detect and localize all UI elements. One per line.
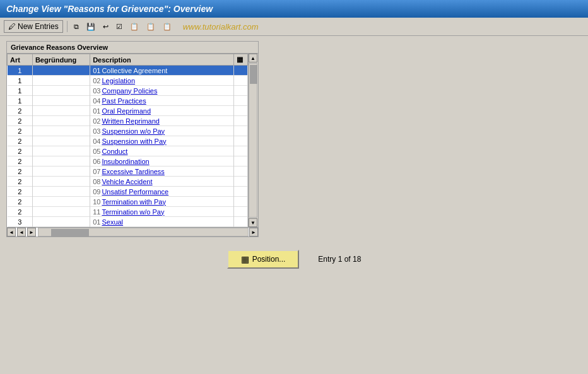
vertical-scrollbar[interactable]: ▲ ▼ xyxy=(248,54,258,227)
table-row[interactable]: 208Vehicle Accident xyxy=(8,177,248,187)
scroll-left2-button[interactable]: ◄ xyxy=(17,228,26,237)
watermark-text: www.tutorialkart.com xyxy=(183,22,259,32)
header-desc: Description xyxy=(90,54,234,66)
cell-icon xyxy=(234,207,248,217)
more2-icon: 📋 xyxy=(146,23,155,31)
cell-desc: 10Termination with Pay xyxy=(90,197,234,207)
copy-icon: ⧉ xyxy=(74,23,79,31)
table-header-row: Art Begründung Description ▦ xyxy=(8,54,248,66)
cell-icon xyxy=(234,96,248,106)
scroll-thumb[interactable] xyxy=(250,65,257,84)
header-icon[interactable]: ▦ xyxy=(234,54,248,66)
h-scroll-thumb[interactable] xyxy=(51,229,89,237)
cell-desc: 01Oral Reprimand xyxy=(90,106,234,116)
footer-area: ▦ Position... Entry 1 of 18 xyxy=(6,250,582,269)
cell-desc: 03Company Policies xyxy=(90,86,234,96)
cell-beg xyxy=(32,146,90,156)
table-row[interactable]: 205Conduct xyxy=(8,146,248,156)
table-row[interactable]: 102Legislation xyxy=(8,76,248,86)
cell-desc: 05Conduct xyxy=(90,146,234,156)
table-body: 101Collective Agreement102Legislation103… xyxy=(8,66,248,227)
cell-icon xyxy=(234,167,248,177)
cell-beg xyxy=(32,96,90,106)
table-row[interactable]: 204Suspension with Pay xyxy=(8,136,248,146)
header-art: Art xyxy=(8,54,33,66)
scroll-track[interactable] xyxy=(249,63,257,218)
table-row[interactable]: 202Written Reprimand xyxy=(8,116,248,126)
cell-desc: 08Vehicle Accident xyxy=(90,177,234,187)
cell-art: 2 xyxy=(8,207,33,217)
cell-beg xyxy=(32,167,90,177)
more3-icon: 📋 xyxy=(163,23,172,31)
table-config-icon[interactable]: ▦ xyxy=(237,56,243,63)
cell-icon xyxy=(234,76,248,86)
cell-art: 2 xyxy=(8,197,33,207)
more1-button[interactable]: 📋 xyxy=(127,21,141,33)
table-row[interactable]: 103Company Policies xyxy=(8,86,248,96)
more1-icon: 📋 xyxy=(130,23,139,31)
cell-art: 3 xyxy=(8,217,33,227)
cell-desc: 02Legislation xyxy=(90,76,234,86)
cell-desc: 11Termination w/o Pay xyxy=(90,207,234,217)
check-icon: ☑ xyxy=(116,23,122,31)
cell-art: 2 xyxy=(8,116,33,126)
cell-art: 2 xyxy=(8,177,33,187)
cell-icon xyxy=(234,66,248,76)
cell-beg xyxy=(32,197,90,207)
cell-beg xyxy=(32,66,90,76)
cell-desc: 06Insubordination xyxy=(90,156,234,167)
cell-desc: 03Suspension w/o Pay xyxy=(90,126,234,136)
cell-art: 1 xyxy=(8,96,33,106)
undo-button[interactable]: ↩ xyxy=(100,21,111,33)
position-icon: ▦ xyxy=(241,254,249,264)
cell-desc: 09Unsatisf Performance xyxy=(90,187,234,197)
cell-beg xyxy=(32,106,90,116)
cell-beg xyxy=(32,76,90,86)
save-icon: 💾 xyxy=(86,23,95,31)
position-label: Position... xyxy=(252,255,286,264)
table-row[interactable]: 203Suspension w/o Pay xyxy=(8,126,248,136)
horizontal-scrollbar[interactable]: ◄ ◄ ► ► xyxy=(7,227,258,237)
cell-icon xyxy=(234,86,248,96)
table-row[interactable]: 210Termination with Pay xyxy=(8,197,248,207)
position-button[interactable]: ▦ Position... xyxy=(227,250,300,269)
new-entries-button[interactable]: 🖊 New Entries xyxy=(4,20,63,33)
cell-icon xyxy=(234,177,248,187)
cell-art: 2 xyxy=(8,156,33,167)
scroll-left-button[interactable]: ◄ xyxy=(7,228,16,237)
cell-desc: 04Suspension with Pay xyxy=(90,136,234,146)
copy-button[interactable]: ⧉ xyxy=(71,21,81,33)
grievance-panel: Grievance Reasons Overview Art Begründun… xyxy=(6,41,259,237)
more2-button[interactable]: 📋 xyxy=(144,21,158,33)
title-bar: Change View "Reasons for Grievence": Ove… xyxy=(0,0,588,18)
cell-beg xyxy=(32,156,90,167)
cell-beg xyxy=(32,126,90,136)
cell-desc: 01Sexual xyxy=(90,217,234,227)
table-row[interactable]: 301Sexual xyxy=(8,217,248,227)
new-entries-icon: 🖊 xyxy=(8,22,16,31)
table-row[interactable]: 101Collective Agreement xyxy=(8,66,248,76)
cell-icon xyxy=(234,217,248,227)
table-row[interactable]: 207Excessive Tardiness xyxy=(8,167,248,177)
cell-icon xyxy=(234,187,248,197)
toolbar-separator-1 xyxy=(67,21,68,32)
table-row[interactable]: 209Unsatisf Performance xyxy=(8,187,248,197)
table-row[interactable]: 201Oral Reprimand xyxy=(8,106,248,116)
cell-icon xyxy=(234,146,248,156)
save-button[interactable]: 💾 xyxy=(84,21,98,33)
cell-desc: 07Excessive Tardiness xyxy=(90,167,234,177)
title-text: Change View "Reasons for Grievence": Ove… xyxy=(6,4,213,14)
table-row[interactable]: 104Past Practices xyxy=(8,96,248,106)
table-row[interactable]: 206Insubordination xyxy=(8,156,248,167)
scroll-up-button[interactable]: ▲ xyxy=(249,54,257,62)
more3-button[interactable]: 📋 xyxy=(160,21,174,33)
check-button[interactable]: ☑ xyxy=(114,21,125,33)
cell-art: 2 xyxy=(8,187,33,197)
h-scroll-track[interactable] xyxy=(38,228,249,237)
cell-icon xyxy=(234,106,248,116)
scroll-right2-button[interactable]: ► xyxy=(27,228,36,237)
scroll-right-button[interactable]: ► xyxy=(249,228,258,237)
table-row[interactable]: 211Termination w/o Pay xyxy=(8,207,248,217)
panel-title: Grievance Reasons Overview xyxy=(7,42,258,54)
scroll-down-button[interactable]: ▼ xyxy=(249,218,257,227)
